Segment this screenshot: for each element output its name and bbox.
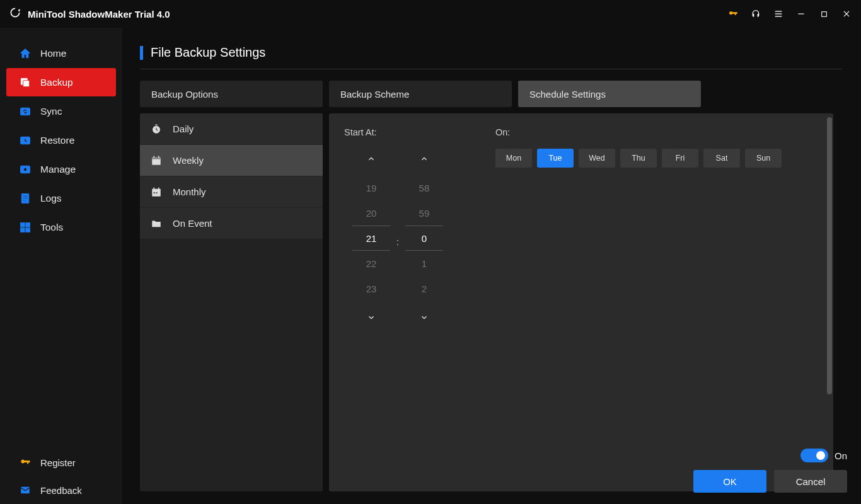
hour-wheel[interactable]: 19 20 21 22 23	[349, 149, 394, 328]
schedule-editor: Start At: 19 20 21 22 23	[329, 113, 833, 491]
tools-icon	[19, 221, 32, 234]
clock-icon	[150, 123, 163, 135]
footer-label: Register	[40, 457, 76, 468]
svg-rect-19	[21, 227, 25, 232]
tab-schedule-settings[interactable]: Schedule Settings	[518, 81, 701, 107]
title-accent-bar	[140, 46, 143, 60]
sidebar-feedback[interactable]: Feedback	[0, 476, 122, 504]
titlebar-controls	[727, 8, 852, 20]
ok-button[interactable]: OK	[693, 470, 766, 493]
app-logo-icon	[9, 6, 21, 21]
hour-option[interactable]: 19	[352, 175, 390, 200]
minimize-icon[interactable]	[795, 8, 807, 20]
title-bar: MiniTool ShadowMaker Trial 4.0	[0, 0, 861, 28]
sidebar-item-logs[interactable]: Logs	[6, 184, 116, 212]
key-icon	[19, 456, 32, 469]
day-sun[interactable]: Sun	[745, 149, 782, 168]
main-content: File Backup Settings Backup Options Back…	[122, 28, 861, 504]
footer-label: Feedback	[40, 485, 82, 496]
svg-rect-2	[775, 16, 782, 16]
maximize-icon[interactable]	[818, 8, 829, 20]
cancel-button[interactable]: Cancel	[774, 470, 847, 493]
svg-rect-8	[23, 80, 30, 86]
svg-rect-27	[158, 156, 159, 158]
start-at-label: Start At:	[344, 127, 451, 137]
sidebar-item-tools[interactable]: Tools	[6, 213, 116, 241]
svg-rect-32	[158, 187, 159, 189]
schedule-mode-label: Weekly	[173, 155, 204, 166]
day-thu[interactable]: Thu	[620, 149, 657, 168]
sidebar-item-sync[interactable]: Sync	[6, 97, 116, 125]
svg-rect-23	[156, 124, 158, 125]
day-tue[interactable]: Tue	[537, 149, 574, 168]
sidebar-item-label: Manage	[40, 164, 76, 175]
page-title: File Backup Settings	[151, 45, 265, 60]
schedule-mode-daily[interactable]: Daily	[140, 113, 323, 145]
minute-wheel[interactable]: 58 59 0 1 2	[402, 149, 447, 328]
hour-selected[interactable]: 21	[352, 226, 390, 251]
calendar-month-icon	[150, 186, 163, 198]
headset-icon[interactable]	[750, 8, 761, 20]
minute-option[interactable]: 58	[405, 175, 443, 200]
tab-backup-options[interactable]: Backup Options	[140, 81, 323, 107]
sidebar-register[interactable]: Register	[0, 449, 122, 476]
svg-rect-20	[26, 227, 30, 232]
sidebar-item-backup[interactable]: Backup	[6, 68, 116, 96]
app-title: MiniTool ShadowMaker Trial 4.0	[28, 9, 170, 20]
sidebar: Home Backup Sync Restore Manage Logs Too…	[0, 28, 122, 504]
hour-option[interactable]: 22	[352, 251, 390, 276]
day-sat[interactable]: Sat	[703, 149, 740, 168]
day-mon[interactable]: Mon	[495, 149, 532, 168]
sidebar-item-label: Restore	[40, 135, 74, 146]
hour-option[interactable]: 23	[352, 276, 390, 301]
sidebar-item-home[interactable]: Home	[6, 39, 116, 67]
hour-option[interactable]: 20	[352, 200, 390, 226]
sidebar-item-label: Home	[40, 48, 66, 59]
svg-rect-9	[21, 108, 30, 115]
day-wed[interactable]: Wed	[579, 149, 615, 168]
key-icon[interactable]	[727, 8, 739, 20]
minute-option[interactable]: 1	[405, 251, 443, 276]
tab-backup-scheme[interactable]: Backup Scheme	[329, 81, 512, 107]
backup-icon	[19, 76, 32, 89]
svg-rect-21	[21, 487, 30, 494]
minute-down-icon[interactable]	[402, 307, 447, 328]
day-fri[interactable]: Fri	[662, 149, 698, 168]
svg-rect-25	[152, 157, 161, 159]
schedule-mode-label: Monthly	[173, 186, 206, 197]
time-colon: :	[394, 237, 402, 247]
schedule-toggle[interactable]	[800, 449, 828, 462]
weekday-row: Mon Tue Wed Thu Fri Sat Sun	[495, 149, 818, 168]
sidebar-item-manage[interactable]: Manage	[6, 155, 116, 183]
sidebar-item-label: Backup	[40, 77, 73, 88]
sidebar-item-restore[interactable]: Restore	[6, 126, 116, 154]
svg-rect-14	[23, 195, 28, 196]
scrollbar[interactable]	[827, 117, 832, 394]
toggle-label: On	[835, 450, 847, 461]
schedule-mode-on-event[interactable]: On Event	[140, 208, 323, 239]
hour-up-icon[interactable]	[349, 149, 394, 169]
schedule-mode-weekly[interactable]: Weekly	[140, 145, 323, 176]
svg-rect-1	[775, 13, 782, 14]
svg-rect-17	[21, 222, 25, 227]
svg-rect-0	[775, 11, 782, 11]
svg-rect-18	[26, 222, 30, 227]
svg-rect-16	[23, 200, 26, 200]
svg-rect-31	[154, 187, 155, 189]
schedule-mode-monthly[interactable]: Monthly	[140, 176, 323, 208]
minute-option[interactable]: 59	[405, 200, 443, 226]
schedule-mode-label: On Event	[173, 218, 212, 229]
menu-icon[interactable]	[773, 8, 784, 20]
minute-up-icon[interactable]	[402, 149, 447, 169]
sidebar-item-label: Tools	[40, 222, 63, 233]
svg-rect-29	[154, 192, 155, 193]
hour-down-icon[interactable]	[349, 307, 394, 328]
sync-icon	[19, 105, 32, 118]
home-icon	[19, 47, 32, 60]
restore-icon	[19, 134, 32, 147]
close-icon[interactable]	[841, 8, 852, 20]
minute-option[interactable]: 2	[405, 276, 443, 301]
logs-icon	[19, 192, 32, 205]
minute-selected[interactable]: 0	[405, 226, 443, 251]
sidebar-item-label: Sync	[40, 106, 62, 117]
